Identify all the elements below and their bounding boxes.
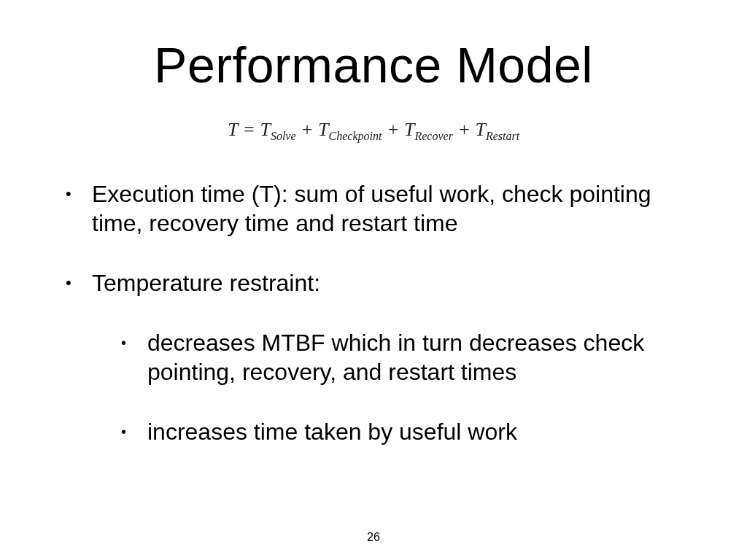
formula-lhs: T bbox=[228, 119, 238, 140]
slide-title: Performance Model bbox=[44, 36, 703, 93]
bullet-list: Execution time (T): sum of useful work, … bbox=[44, 179, 703, 446]
term-1-base: T bbox=[318, 119, 328, 140]
bullet-2: Temperature restraint: decreases MTBF wh… bbox=[66, 268, 703, 446]
plus-2: + bbox=[453, 119, 476, 140]
term-2-sub: Recover bbox=[414, 130, 452, 142]
formula: T = TSolve + TCheckpoint + TRecover + TR… bbox=[44, 119, 703, 143]
bullet-1: Execution time (T): sum of useful work, … bbox=[66, 179, 703, 238]
plus-0: + bbox=[296, 119, 319, 140]
sub-bullet-1: decreases MTBF which in turn decreases c… bbox=[121, 328, 703, 386]
term-1-sub: Checkpoint bbox=[329, 130, 382, 142]
page-number: 26 bbox=[0, 531, 747, 544]
plus-1: + bbox=[382, 119, 404, 140]
term-3-sub: Restart bbox=[486, 130, 519, 142]
term-2-base: T bbox=[404, 119, 414, 140]
term-3-base: T bbox=[475, 119, 485, 140]
term-0-sub: Solve bbox=[271, 130, 296, 142]
term-0-base: T bbox=[260, 119, 270, 140]
slide: Performance Model T = TSolve + TCheckpoi… bbox=[0, 0, 747, 560]
bullet-2-text: Temperature restraint: bbox=[92, 270, 320, 296]
formula-eq: = bbox=[238, 119, 260, 140]
sub-bullet-2: increases time taken by useful work bbox=[121, 417, 703, 446]
sub-bullet-list: decreases MTBF which in turn decreases c… bbox=[92, 328, 703, 446]
